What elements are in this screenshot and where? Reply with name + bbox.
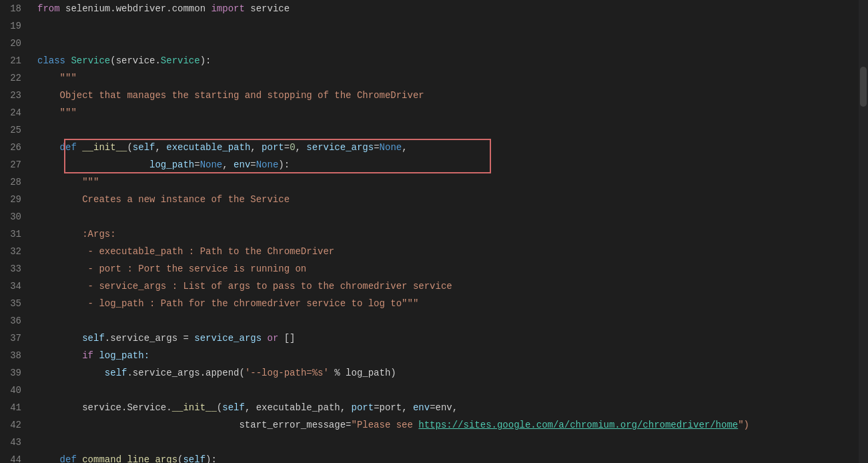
code-line: 39 self.service_args.append('--log-path=… bbox=[0, 364, 868, 382]
line-content: :Args: bbox=[32, 225, 868, 243]
line-content: Creates a new instance of the Service bbox=[32, 191, 868, 208]
line-content: self.service_args = service_args or [] bbox=[32, 330, 868, 347]
code-line: 27 log_path=None, env=None): bbox=[0, 156, 868, 173]
code-line: 44 def command_line_args(self): bbox=[0, 451, 868, 463]
code-line: 42 start_error_message="Please see https… bbox=[0, 416, 868, 434]
line-number: 32 bbox=[0, 243, 32, 260]
line-content bbox=[32, 17, 868, 35]
line-content: start_error_message="Please see https://… bbox=[32, 416, 868, 434]
line-number: 40 bbox=[0, 382, 32, 399]
code-line: 23 Object that manages the starting and … bbox=[0, 87, 868, 104]
code-line: 36 bbox=[0, 312, 868, 330]
code-line: 38 if log_path: bbox=[0, 347, 868, 364]
line-content bbox=[32, 35, 868, 52]
line-number: 27 bbox=[0, 156, 32, 173]
line-content: if log_path: bbox=[32, 347, 868, 364]
line-content: service.Service.__init__(self, executabl… bbox=[32, 399, 868, 416]
code-line: 37 self.service_args = service_args or [… bbox=[0, 330, 868, 347]
line-number: 26 bbox=[0, 139, 32, 156]
line-content: def command_line_args(self): bbox=[32, 451, 868, 463]
line-number: 37 bbox=[0, 330, 32, 347]
line-number: 33 bbox=[0, 260, 32, 278]
line-number: 38 bbox=[0, 347, 32, 364]
code-line: 41 service.Service.__init__(self, execut… bbox=[0, 399, 868, 416]
line-number: 42 bbox=[0, 416, 32, 434]
line-number: 29 bbox=[0, 191, 32, 208]
code-line: 21class Service(service.Service): bbox=[0, 52, 868, 69]
code-line: 20 bbox=[0, 35, 868, 52]
line-content: from selenium.webdriver.common import se… bbox=[32, 0, 868, 17]
code-lines: 18from selenium.webdriver.common import … bbox=[0, 0, 868, 463]
code-line: 34 - service_args : List of args to pass… bbox=[0, 278, 868, 295]
line-number: 31 bbox=[0, 225, 32, 243]
line-content: def __init__(self, executable_path, port… bbox=[32, 139, 868, 156]
line-content: - log_path : Path for the chromedriver s… bbox=[32, 295, 868, 312]
code-line: 32 - executable_path : Path to the Chrom… bbox=[0, 243, 868, 260]
code-line: 18from selenium.webdriver.common import … bbox=[0, 0, 868, 17]
line-number: 43 bbox=[0, 434, 32, 451]
code-line: 28 """ bbox=[0, 173, 868, 191]
line-content bbox=[32, 121, 868, 139]
line-content: - port : Port the service is running on bbox=[32, 260, 868, 278]
line-number: 36 bbox=[0, 312, 32, 330]
code-line: 25 bbox=[0, 121, 868, 139]
code-line: 33 - port : Port the service is running … bbox=[0, 260, 868, 278]
code-line: 19 bbox=[0, 17, 868, 35]
line-number: 25 bbox=[0, 121, 32, 139]
code-line: 22 """ bbox=[0, 69, 868, 87]
line-content: self.service_args.append('--log-path=%s'… bbox=[32, 364, 868, 382]
scrollbar-thumb[interactable] bbox=[860, 67, 867, 107]
line-content: """ bbox=[32, 104, 868, 121]
line-content bbox=[32, 312, 868, 330]
code-line: 30 bbox=[0, 208, 868, 225]
line-content bbox=[32, 434, 868, 451]
line-content: - executable_path : Path to the ChromeDr… bbox=[32, 243, 868, 260]
line-number: 22 bbox=[0, 69, 32, 87]
line-content: """ bbox=[32, 69, 868, 87]
code-line: 35 - log_path : Path for the chromedrive… bbox=[0, 295, 868, 312]
code-line: 40 bbox=[0, 382, 868, 399]
line-number: 19 bbox=[0, 17, 32, 35]
line-content: Object that manages the starting and sto… bbox=[32, 87, 868, 104]
code-line: 29 Creates a new instance of the Service bbox=[0, 191, 868, 208]
code-line: 43 bbox=[0, 434, 868, 451]
line-content: log_path=None, env=None): bbox=[32, 156, 868, 173]
line-content bbox=[32, 208, 868, 225]
line-number: 21 bbox=[0, 52, 32, 69]
scrollbar[interactable] bbox=[859, 0, 868, 463]
line-content: - service_args : List of args to pass to… bbox=[32, 278, 868, 295]
line-number: 34 bbox=[0, 278, 32, 295]
line-content: """ bbox=[32, 173, 868, 191]
line-number: 44 bbox=[0, 451, 32, 463]
code-line: 26 def __init__(self, executable_path, p… bbox=[0, 139, 868, 156]
line-number: 41 bbox=[0, 399, 32, 416]
line-content: class Service(service.Service): bbox=[32, 52, 868, 69]
line-number: 20 bbox=[0, 35, 32, 52]
line-content bbox=[32, 382, 868, 399]
code-editor: 18from selenium.webdriver.common import … bbox=[0, 0, 868, 463]
line-number: 39 bbox=[0, 364, 32, 382]
line-number: 18 bbox=[0, 0, 32, 17]
line-number: 35 bbox=[0, 295, 32, 312]
line-number: 23 bbox=[0, 87, 32, 104]
code-line: 24 """ bbox=[0, 104, 868, 121]
code-line: 31 :Args: bbox=[0, 225, 868, 243]
line-number: 28 bbox=[0, 173, 32, 191]
line-number: 30 bbox=[0, 208, 32, 225]
line-number: 24 bbox=[0, 104, 32, 121]
